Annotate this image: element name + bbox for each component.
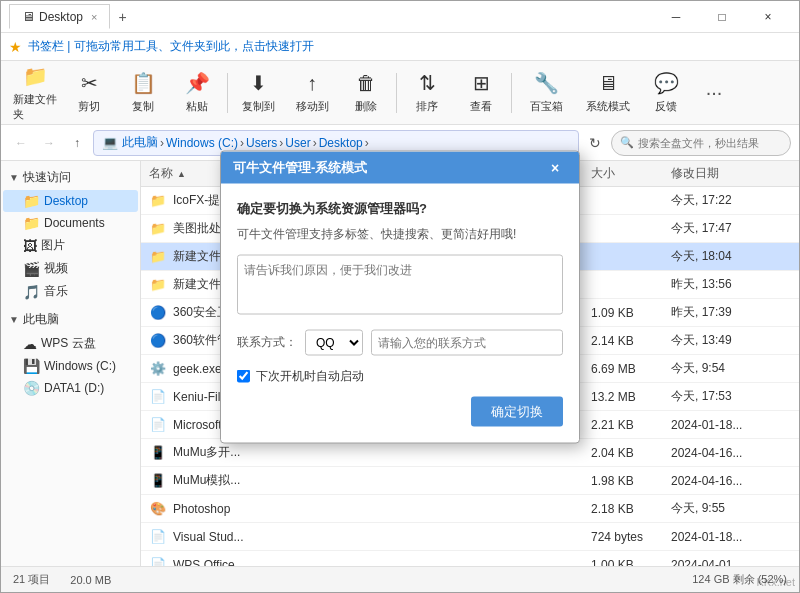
- dialog-title-bar: 可牛文件管理-系统模式 ×: [221, 151, 579, 183]
- contact-type-select[interactable]: QQ 微信 邮箱: [305, 329, 363, 355]
- dialog-btn-row: 确定切换: [237, 396, 563, 426]
- dialog-overlay: 可牛文件管理-系统模式 × 确定要切换为系统资源管理器吗? 可牛文件管理支持多标…: [1, 1, 799, 592]
- dialog-body: 确定要切换为系统资源管理器吗? 可牛文件管理支持多标签、快捷搜索、更简洁好用哦!…: [221, 183, 579, 442]
- auto-start-checkbox[interactable]: [237, 369, 250, 382]
- contact-input[interactable]: [371, 329, 563, 355]
- contact-label: 联系方式：: [237, 334, 297, 351]
- main-window: 🖥 Desktop × + ─ □ × ★ 书签栏 | 可拖动常用工具、文件夹到…: [0, 0, 800, 593]
- dialog-sub-text: 可牛文件管理支持多标签、快捷搜索、更简洁好用哦!: [237, 225, 563, 242]
- dialog-question: 确定要切换为系统资源管理器吗?: [237, 199, 563, 217]
- checkbox-label: 下次开机时自动启动: [256, 367, 364, 384]
- system-mode-dialog: 可牛文件管理-系统模式 × 确定要切换为系统资源管理器吗? 可牛文件管理支持多标…: [220, 150, 580, 443]
- confirm-switch-button[interactable]: 确定切换: [471, 396, 563, 426]
- dialog-feedback-textarea[interactable]: [237, 254, 563, 314]
- dialog-checkbox-row: 下次开机时自动启动: [237, 367, 563, 384]
- dialog-title: 可牛文件管理-系统模式: [233, 158, 543, 176]
- dialog-contact-row: 联系方式： QQ 微信 邮箱: [237, 329, 563, 355]
- dialog-close-button[interactable]: ×: [543, 155, 567, 179]
